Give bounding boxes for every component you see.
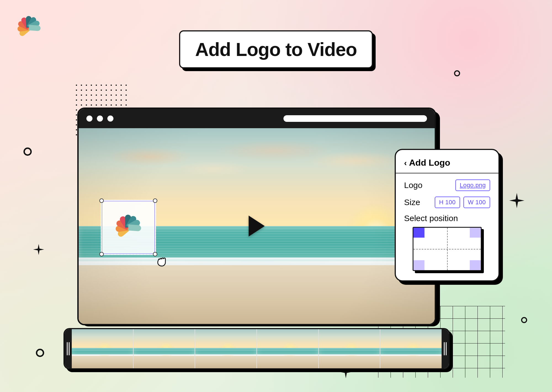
editor-window [77,108,436,325]
video-preview[interactable] [79,128,435,324]
grab-cursor-icon [155,253,170,267]
position-label: Select position [404,214,490,223]
address-bar[interactable] [283,115,427,122]
add-logo-panel: ‹ Add Logo Logo Logo.png Size H 100 W 10… [395,149,500,281]
height-input[interactable]: H 100 [435,197,460,208]
timeline-frame[interactable] [256,329,318,368]
window-dot[interactable] [107,116,113,122]
timeline-frame[interactable] [72,329,133,368]
position-bottom-left[interactable] [413,260,424,270]
window-titlebar [79,109,435,128]
size-label: Size [404,198,428,207]
width-input[interactable]: W 100 [463,197,490,208]
page-title: Add Logo to Video [179,30,373,68]
timeline-frame[interactable] [133,329,195,368]
logo-selection-box[interactable] [101,200,156,255]
timeline-handle-right[interactable] [442,329,449,368]
deco-circle [454,70,460,76]
timeline-thumbnails[interactable] [72,329,442,368]
resize-handle-bl[interactable] [99,252,104,256]
position-picker[interactable] [413,227,482,271]
position-top-right[interactable] [470,228,481,238]
timeline-frame[interactable] [318,329,380,368]
deco-circle [23,147,32,156]
play-icon[interactable] [250,217,264,235]
logo-file-chip[interactable]: Logo.png [455,179,490,191]
window-dot[interactable] [86,116,92,122]
timeline-frame[interactable] [380,329,442,368]
timeline-frame[interactable] [195,329,256,368]
timeline[interactable] [63,328,450,369]
resize-handle-tr[interactable] [153,198,157,203]
window-dot[interactable] [97,116,103,122]
position-top-left[interactable] [413,228,424,238]
deco-circle [521,317,527,323]
logo-overlay[interactable] [115,214,142,241]
brand-logo [17,15,41,40]
panel-heading: Add Logo [409,158,450,168]
page-title-label: Add Logo to Video [179,30,373,68]
resize-handle-tl[interactable] [99,198,104,203]
logo-label: Logo [404,181,428,190]
timeline-handle-left[interactable] [65,329,72,368]
deco-circle [36,349,44,357]
position-bottom-right[interactable] [470,260,481,270]
back-chevron-icon[interactable]: ‹ [404,159,407,167]
